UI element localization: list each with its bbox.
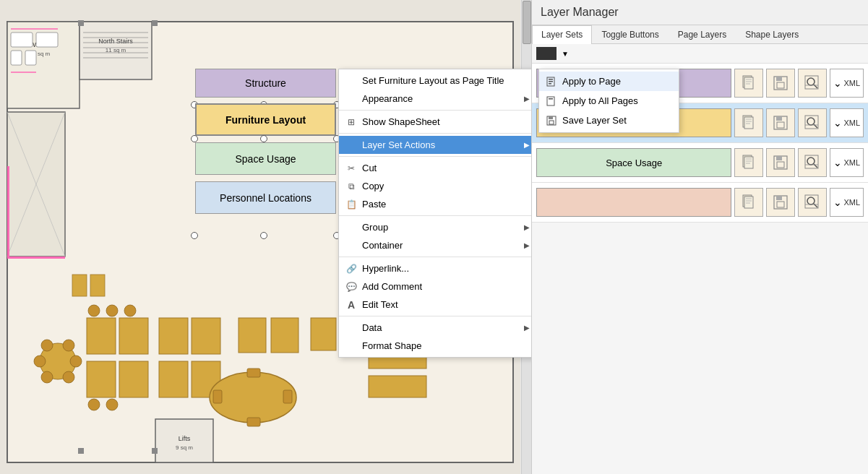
tab-layer-sets[interactable]: Layer Sets <box>532 25 592 44</box>
space-pages-btn[interactable] <box>734 148 763 177</box>
structure-xml-dropdown[interactable]: ⌄ XML <box>830 69 864 98</box>
furniture-pages-btn[interactable] <box>734 108 763 137</box>
ctx-appearance[interactable]: Appearance ▶ <box>339 90 531 108</box>
ctx-cut[interactable]: ✂ Cut <box>339 159 531 177</box>
svg-point-50 <box>41 371 53 383</box>
layer-row-space: Space Usage ⌄ XML <box>532 143 868 183</box>
ctx-sep-3 <box>339 156 531 157</box>
ctx-container[interactable]: Container ▶ <box>339 236 531 254</box>
selection-handle-bl[interactable] <box>191 232 198 239</box>
layer-actions-icon <box>345 139 358 152</box>
svg-rect-117 <box>777 202 784 207</box>
selection-handle-ml[interactable] <box>191 135 198 142</box>
set-title-icon <box>345 74 358 87</box>
svg-rect-62 <box>152 20 158 26</box>
svg-rect-69 <box>547 97 554 105</box>
svg-rect-40 <box>247 369 260 377</box>
hyperlink-icon: 🔗 <box>345 262 358 275</box>
svg-rect-72 <box>549 116 553 119</box>
selection-handle-bm[interactable] <box>260 232 267 239</box>
ctx-layer-set-actions[interactable]: Layer Set Actions ▶ <box>339 136 531 154</box>
personnel-search-btn[interactable] <box>798 188 827 217</box>
ctx-copy[interactable]: ⧉ Copy <box>339 177 531 195</box>
structure-pages-btn[interactable] <box>734 69 763 98</box>
furniture-xml-dropdown[interactable]: ⌄ XML <box>830 108 864 137</box>
submenu-save-layer-set[interactable]: Save Layer Set <box>539 111 679 130</box>
svg-rect-81 <box>777 82 784 88</box>
svg-rect-6 <box>36 33 58 47</box>
group-icon <box>345 221 358 234</box>
canvas-area: WCs 29 sq m North Stairs 11 sq m <box>0 0 531 474</box>
ctx-format-shape[interactable]: Format Shape <box>339 337 531 355</box>
new-layer-btn[interactable] <box>536 47 557 60</box>
svg-rect-63 <box>78 448 84 454</box>
ctx-group[interactable]: Group ▶ <box>339 218 531 236</box>
ctx-set-title[interactable]: Set Furniture Layout as Page Title <box>339 72 531 90</box>
appearance-icon <box>345 92 358 105</box>
tab-page-layers[interactable]: Page Layers <box>669 25 736 43</box>
svg-rect-54 <box>72 275 87 296</box>
copy-icon: ⧉ <box>345 180 358 193</box>
space-save-btn[interactable] <box>766 148 795 177</box>
selection-handle-mm[interactable] <box>260 135 267 142</box>
svg-rect-28 <box>119 361 148 397</box>
svg-rect-61 <box>78 20 84 26</box>
svg-rect-25 <box>87 318 116 354</box>
ctx-edit-text[interactable]: A Edit Text <box>339 296 531 314</box>
structure-save-btn[interactable] <box>766 69 795 98</box>
svg-rect-99 <box>744 157 753 168</box>
space-xml-area: ⌄ XML <box>830 148 864 177</box>
personnel-pages-btn[interactable] <box>734 188 763 217</box>
svg-rect-55 <box>90 275 105 296</box>
tab-shape-layers[interactable]: Shape Layers <box>736 25 808 43</box>
svg-point-95 <box>807 118 815 125</box>
furniture-search-btn[interactable] <box>798 108 827 137</box>
container-arrow: ▶ <box>524 241 530 249</box>
ctx-sep-2 <box>339 133 531 134</box>
ctx-sep-4 <box>339 215 531 216</box>
personnel-save-btn[interactable] <box>766 188 795 217</box>
svg-rect-73 <box>549 121 554 124</box>
ctx-hyperlink[interactable]: 🔗 Hyperlink... <box>339 259 531 277</box>
svg-point-83 <box>807 78 815 85</box>
space-shape[interactable]: Space Usage <box>195 142 336 175</box>
group-arrow: ▶ <box>524 223 530 231</box>
svg-rect-53 <box>369 376 426 397</box>
data-arrow: ▶ <box>524 324 530 332</box>
ctx-sep-5 <box>339 257 531 257</box>
space-xml-dropdown[interactable]: ⌄ XML <box>830 148 864 177</box>
edit-text-icon: A <box>345 298 358 311</box>
tab-toggle-buttons[interactable]: Toggle Buttons <box>592 25 668 43</box>
personnel-layer-btn[interactable] <box>536 188 731 217</box>
structure-search-btn[interactable] <box>798 69 827 98</box>
personnel-xml-dropdown[interactable]: ⌄ XML <box>830 188 864 217</box>
structure-shape[interactable]: Structure <box>195 69 336 98</box>
svg-rect-111 <box>744 197 753 208</box>
layer-row-personnel: ⌄ XML <box>532 183 868 223</box>
toolbar-dropdown-btn[interactable]: ▼ <box>559 48 571 59</box>
personnel-shape[interactable]: Personnel Locations <box>195 181 336 214</box>
svg-rect-92 <box>776 116 782 121</box>
ctx-paste[interactable]: 📋 Paste <box>339 195 531 213</box>
ctx-add-comment[interactable]: 💬 Add Comment <box>339 277 531 296</box>
svg-point-51 <box>63 371 74 383</box>
svg-point-46 <box>41 340 53 351</box>
svg-point-31 <box>124 305 136 316</box>
svg-rect-116 <box>776 196 782 200</box>
space-layer-btn[interactable]: Space Usage <box>536 148 731 177</box>
furniture-save-btn[interactable] <box>766 108 795 137</box>
space-search-btn[interactable] <box>798 148 827 177</box>
submenu-apply-all-pages[interactable]: Apply to All Pages <box>539 91 679 111</box>
scrollbar-thumb[interactable] <box>523 1 531 44</box>
svg-rect-34 <box>159 318 188 354</box>
svg-rect-75 <box>744 77 753 89</box>
ctx-shapesheet[interactable]: ⊞ Show ShapeSheet <box>339 113 531 131</box>
svg-point-107 <box>807 158 815 165</box>
svg-rect-59 <box>239 318 266 353</box>
furniture-shape[interactable]: Furniture Layout <box>195 103 336 136</box>
svg-point-30 <box>106 305 118 316</box>
submenu-apply-to-page[interactable]: Apply to Page <box>539 72 679 91</box>
svg-rect-66 <box>549 79 553 80</box>
svg-rect-67 <box>549 81 553 82</box>
ctx-data[interactable]: Data ▶ <box>339 319 531 337</box>
